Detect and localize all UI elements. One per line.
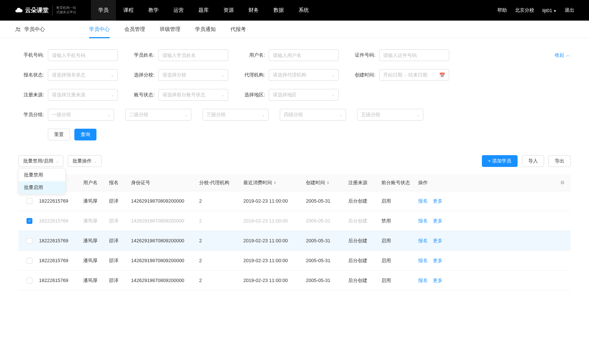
import-button[interactable]: 导入	[522, 155, 544, 167]
nav-item-8[interactable]: 系统	[291, 0, 316, 21]
add-student-button[interactable]: + 添加学员	[482, 155, 518, 167]
cloud-icon	[15, 6, 23, 14]
sub-nav-item-3[interactable]: 学员通知	[195, 22, 216, 37]
sort-icon: ▲▼	[274, 181, 276, 185]
signup-link[interactable]: 报名	[418, 238, 428, 244]
group3-select[interactable]: 三级分组⌄	[202, 109, 269, 121]
row-checkbox[interactable]	[27, 258, 32, 264]
group4-select[interactable]: 四级分组⌄	[280, 109, 346, 121]
header-username: 用户名	[81, 179, 107, 186]
cell-create: 2005-05-31	[304, 218, 346, 224]
label-phone: 手机号码:	[18, 52, 44, 58]
username-input[interactable]	[269, 49, 339, 61]
search-button[interactable]: 查询	[74, 129, 96, 140]
cell-time: 2019-02-23 11:00:00	[241, 278, 304, 283]
batch-disable-item[interactable]: 批量禁用	[19, 169, 65, 181]
nav-item-3[interactable]: 运营	[166, 0, 191, 21]
gear-icon[interactable]: ⚙	[556, 180, 567, 185]
label-region: 选择地区:	[239, 92, 265, 98]
collapse-link[interactable]: 收起︿	[555, 52, 571, 58]
idcard-input[interactable]	[379, 49, 449, 61]
cell-phone: 18222615769	[37, 258, 81, 263]
cell-action: 报名 更多	[416, 238, 464, 244]
student-table: 用户名 报名 身份证号 分校-代理机构 最近消费时间▲▼ 创建时间▲▼ 注册来源…	[18, 174, 571, 290]
batch-toggle-button[interactable]: 批量禁用/启用⌄	[18, 155, 63, 167]
cell-source: 后台创建	[346, 277, 379, 284]
account-status-select[interactable]: 请选择前台账号状态⌄	[158, 89, 228, 101]
region-select[interactable]: 请选择地区⌄	[269, 89, 339, 101]
phone-input[interactable]	[48, 49, 118, 61]
group5-select[interactable]: 五级分组⌄	[357, 109, 423, 121]
chevron-down-icon: ⌄	[111, 93, 114, 97]
cell-time: 2019-02-23 11:00:00	[241, 198, 304, 204]
batch-action-button[interactable]: 批量操作⌄	[68, 155, 102, 167]
reset-button[interactable]: 重置	[48, 129, 70, 140]
sub-nav-item-4[interactable]: 代报考	[230, 22, 246, 37]
logo: 云朵课堂 教育机构一站 式服务云平台	[15, 5, 76, 15]
header-last-consume[interactable]: 最近消费时间▲▼	[241, 179, 304, 186]
source-select[interactable]: 请选择注册来源⌄	[48, 89, 118, 101]
header-branch: 分校-代理机构	[197, 179, 241, 186]
chevron-down-icon: ⌄	[416, 113, 419, 117]
cell-source: 后台创建	[346, 257, 379, 264]
nav-branch[interactable]: 北京分校	[515, 7, 534, 14]
cell-reg: 邵泽	[107, 218, 129, 224]
more-link[interactable]: 更多	[433, 257, 442, 264]
sub-nav-item-2[interactable]: 班级管理	[160, 22, 180, 37]
sub-nav-item-1[interactable]: 会员管理	[124, 22, 145, 37]
cell-branch: 2	[197, 238, 241, 243]
group2-select[interactable]: 二级分组⌄	[125, 109, 191, 121]
sub-nav-item-0[interactable]: 学员中心	[89, 22, 110, 37]
name-input[interactable]	[158, 49, 228, 61]
export-button[interactable]: 导出	[549, 155, 571, 167]
cell-id: 14262919870809200000	[129, 218, 197, 224]
label-group: 学员分组:	[18, 111, 44, 118]
cell-reg: 邵泽	[107, 257, 129, 264]
filter-section: 手机号码: 学员姓名: 用户名: 证件号码: 收起︿ 报名状态:请选择报名状态⌄…	[0, 38, 589, 140]
row-checkbox[interactable]	[27, 278, 32, 283]
cell-create: 2005-05-31	[304, 258, 346, 263]
cell-user: 潘筠厚	[81, 277, 107, 284]
signup-link[interactable]: 报名	[418, 277, 428, 284]
nav-item-7[interactable]: 数据	[266, 0, 291, 21]
more-link[interactable]: 更多	[433, 218, 442, 224]
nav-user[interactable]: lijt01▼	[542, 8, 557, 13]
branch-select[interactable]: 请选择分校⌄	[158, 69, 228, 81]
regstatus-select[interactable]: 请选择报名状态⌄	[48, 69, 118, 81]
signup-link[interactable]: 报名	[418, 218, 428, 224]
nav-item-2[interactable]: 教学	[141, 0, 166, 21]
batch-enable-item[interactable]: 批量启用	[19, 181, 65, 194]
more-link[interactable]: 更多	[433, 238, 442, 244]
group1-select[interactable]: 一级分组⌄	[48, 109, 114, 121]
nav-help[interactable]: 帮助	[497, 7, 507, 14]
cell-source: 后台创建	[346, 238, 379, 244]
cell-create: 2005-05-31	[304, 198, 346, 204]
cell-id: 14262919870809200000	[129, 198, 197, 204]
chevron-down-icon: ⌄	[339, 113, 342, 117]
cell-status: 启用	[379, 277, 416, 284]
nav-item-6[interactable]: 财务	[241, 0, 266, 21]
signup-link[interactable]: 报名	[418, 257, 428, 264]
signup-link[interactable]: 报名	[418, 198, 428, 204]
more-link[interactable]: 更多	[433, 277, 442, 284]
nav-item-4[interactable]: 题库	[191, 0, 216, 21]
caret-down-icon: ▼	[553, 9, 557, 13]
header-id: 身份证号	[129, 179, 197, 186]
sort-icon: ▲▼	[327, 181, 329, 185]
row-checkbox[interactable]	[27, 238, 32, 244]
nav-item-1[interactable]: 课程	[116, 0, 141, 21]
row-checkbox[interactable]	[27, 218, 32, 224]
sub-nav-items: 学员中心会员管理班级管理学员通知代报考	[89, 22, 246, 37]
batch-dropdown-menu: 批量禁用 批量启用	[18, 168, 66, 194]
nav-item-0[interactable]: 学员	[91, 0, 116, 21]
agent-select[interactable]: 请选择代理机构⌄	[269, 69, 339, 81]
create-time-range[interactable]: 开始日期-结束日期📅	[379, 69, 449, 81]
svg-point-0	[17, 27, 18, 29]
cell-reg: 邵泽	[107, 277, 129, 284]
more-link[interactable]: 更多	[433, 198, 442, 204]
nav-item-5[interactable]: 资源	[216, 0, 241, 21]
cell-phone: 18222615769	[37, 198, 81, 204]
nav-logout[interactable]: 退出	[565, 7, 574, 14]
header-create[interactable]: 创建时间▲▼	[304, 179, 346, 186]
row-checkbox[interactable]	[27, 198, 32, 204]
